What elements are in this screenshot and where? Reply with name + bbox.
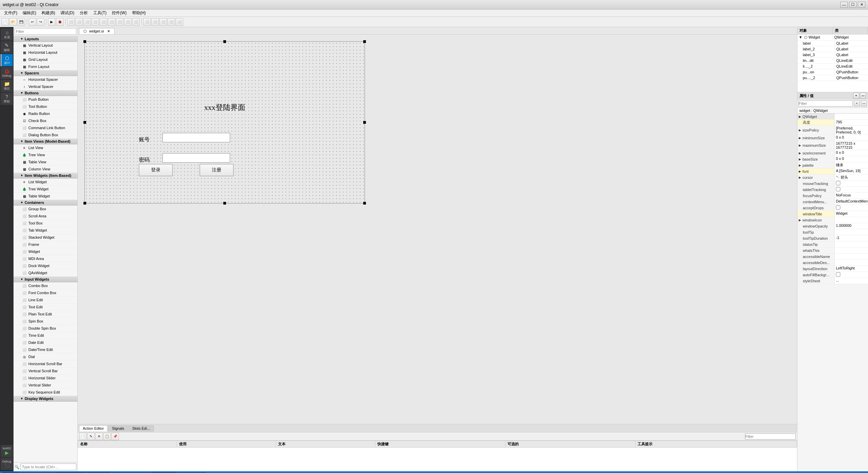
prop-row-windowicon[interactable]: ▶windowIcon: [797, 217, 868, 223]
widget-h-spacer[interactable]: ↔Horizontal Spacer: [14, 76, 77, 83]
tab-close-icon[interactable]: ✕: [107, 29, 110, 33]
handle-bc[interactable]: [223, 202, 226, 205]
widget-qaxwidget[interactable]: ⬜QAxWidget: [14, 269, 77, 277]
toolbar-align-center-v[interactable]: ⬜: [108, 18, 115, 26]
widget-frame[interactable]: ⬜Frame: [14, 241, 77, 248]
widget-double-spin-box[interactable]: ⬜Double Spin Box: [14, 325, 77, 332]
widget-datetime-edit[interactable]: ⬜Date/Time Edit: [14, 346, 77, 353]
prop-row-minsize[interactable]: ▶minimumSize 0 x 0: [797, 135, 868, 141]
widget-key-sequence-edit[interactable]: ⬜Key Sequence Edit: [14, 389, 77, 396]
prop-value-height[interactable]: 795: [835, 120, 868, 125]
handle-ml[interactable]: [83, 121, 86, 124]
prop-row-windowopacity[interactable]: windowOpacity 1.000000: [797, 223, 868, 229]
register-button[interactable]: 注册: [200, 164, 233, 176]
props-plus-btn[interactable]: +: [853, 93, 859, 99]
widget-horizontal-layout[interactable]: ▦Horizontal Layout: [14, 49, 77, 56]
menu-edit[interactable]: 编辑(E): [20, 9, 39, 17]
prop-value-accessiblename[interactable]: [835, 254, 868, 259]
widget-text-edit[interactable]: ⬜Text Edit: [14, 304, 77, 311]
widget-tree-view[interactable]: 🌲Tree View: [14, 151, 77, 159]
widget-search-input[interactable]: [21, 464, 76, 470]
toolbar-run[interactable]: ▶: [48, 18, 55, 26]
prop-value-basesize[interactable]: 0 x 0: [835, 156, 868, 162]
widget-radio-button[interactable]: ◉Radio Button: [14, 110, 77, 117]
prop-value-contextmenu[interactable]: DefaultContextMenu: [835, 199, 868, 205]
password-input[interactable]: [163, 153, 230, 163]
widget-v-scrollbar[interactable]: ⬜Vertical Scroll Bar: [14, 368, 77, 375]
menu-debug[interactable]: 调试(D): [58, 9, 77, 17]
toolbar-align-right[interactable]: ⬜: [75, 18, 83, 26]
autofill-checkbox[interactable]: [836, 272, 840, 277]
prop-row-sizepolicy[interactable]: ▶sizePolicy [Preferred, Preferred, 0, 0]: [797, 126, 868, 135]
prop-value-stylesheet[interactable]: ...: [835, 278, 868, 284]
widget-combo-box[interactable]: ⬜Combo Box: [14, 282, 77, 289]
toolbar-new[interactable]: 📄: [1, 18, 9, 26]
props-filter-input[interactable]: [798, 100, 853, 107]
status-tab-compile[interactable]: 4 编译输出: [86, 472, 110, 473]
widget-line-edit[interactable]: ⬜Line Edit: [14, 297, 77, 304]
obj-row-pushbutton2[interactable]: pu...._2 QPushButton: [797, 75, 868, 81]
prop-row-accessibledesc[interactable]: accessibleDes...: [797, 260, 868, 266]
close-button[interactable]: ✕: [858, 2, 865, 8]
prop-row-statustip[interactable]: statusTip: [797, 241, 868, 247]
form-widget[interactable]: xxx登陆界面 账号 密码 登录 注册: [84, 41, 365, 204]
prop-row-cursor[interactable]: ▶cursor ↖ 箭头: [797, 174, 868, 181]
prop-row-sizeinc[interactable]: ▶sizeIncrement 0 x 0: [797, 150, 868, 156]
widget-widget[interactable]: ⬜Widget: [14, 248, 77, 255]
prop-value-sizepolicy[interactable]: [Preferred, Preferred, 0, 0]: [835, 126, 868, 135]
widget-mdi-area[interactable]: ⬜MDI Area: [14, 255, 77, 262]
category-layouts[interactable]: Layouts: [14, 36, 77, 42]
prop-value-maxsize[interactable]: 16777215 x 16777215: [835, 141, 868, 150]
prop-value-autofill[interactable]: [835, 272, 868, 278]
widget-plain-text-edit[interactable]: ⬜Plain Text Edit: [14, 311, 77, 318]
prop-value-tooltipduration[interactable]: -1: [835, 235, 868, 241]
mode-projects[interactable]: 📁 项目: [1, 80, 13, 92]
mode-edit[interactable]: ✎ 编辑: [1, 41, 13, 53]
action-new[interactable]: 📄: [79, 433, 86, 440]
category-input-widgets[interactable]: Input Widgets: [14, 277, 77, 282]
prop-row-font[interactable]: ▶font A [SimSun, 19]: [797, 168, 868, 174]
handle-br[interactable]: [363, 202, 366, 205]
prop-row-basesize[interactable]: ▶baseSize 0 x 0: [797, 156, 868, 162]
prop-value-accessibledesc[interactable]: [835, 260, 868, 265]
prop-value-layoutdirection[interactable]: LeftToRight: [835, 266, 868, 271]
toolbar-adjust-size[interactable]: ⬜: [176, 18, 183, 26]
prop-value-mousetracking[interactable]: [835, 181, 868, 186]
mode-debug-bottom[interactable]: Debug ⬛: [1, 458, 13, 470]
prop-row-focuspolicy[interactable]: focusPolicy NoFocus: [797, 193, 868, 199]
tab-signals[interactable]: Signals: [108, 425, 128, 431]
prop-row-mousetracking[interactable]: mouseTracking: [797, 181, 868, 187]
category-display-widgets[interactable]: Display Widgets: [14, 396, 77, 402]
toolbar-undo[interactable]: ↩: [29, 18, 36, 26]
category-buttons[interactable]: Buttons: [14, 90, 77, 96]
widget-filter-input[interactable]: [15, 28, 76, 35]
prop-value-tablettracking[interactable]: [835, 187, 868, 192]
category-containers[interactable]: Containers: [14, 200, 77, 206]
prop-value-cursor[interactable]: ↖ 箭头: [835, 174, 868, 180]
account-input[interactable]: [163, 133, 230, 142]
widget-tool-button[interactable]: ⬜Tool Button: [14, 103, 77, 110]
prop-row-stylesheet[interactable]: styleSheet ...: [797, 278, 868, 284]
category-spacers[interactable]: Spacers: [14, 70, 77, 76]
obj-row-widget[interactable]: ▼ ⬡ Widget QWidget: [797, 34, 868, 41]
tab-action-editor[interactable]: Action Editor: [79, 425, 107, 431]
prop-value-statustip[interactable]: [835, 241, 868, 247]
props-minus-btn[interactable]: —: [860, 93, 866, 99]
action-copy[interactable]: 📋: [103, 433, 111, 440]
prop-value-whatsthis[interactable]: [835, 247, 868, 253]
prop-row-accessiblename[interactable]: accessibleName: [797, 254, 868, 260]
mode-welcome[interactable]: ⌂ 欢迎: [1, 28, 13, 41]
acceptdrops-checkbox[interactable]: [836, 205, 840, 210]
menu-controls[interactable]: 控件(W): [109, 9, 129, 17]
widget-dialog-button-box[interactable]: ⬜Dialog Button Box: [14, 132, 77, 139]
prop-row-contextmenu[interactable]: contextMenu... DefaultContextMenu: [797, 199, 868, 205]
handle-tc[interactable]: [223, 40, 226, 43]
widget-dial[interactable]: ◎Dial: [14, 353, 77, 360]
status-tab-appoutput[interactable]: 3 应用程序输出: [54, 472, 86, 473]
action-edit[interactable]: ✎: [87, 433, 95, 440]
menu-tools[interactable]: 工具(T): [91, 9, 109, 17]
obj-row-lineedit1[interactable]: lin...dit QLineEdit: [797, 58, 868, 64]
widget-list-view[interactable]: ≡List View: [14, 144, 77, 151]
prop-value-focuspolicy[interactable]: NoFocus: [835, 193, 868, 198]
action-delete[interactable]: ✕: [95, 433, 103, 440]
